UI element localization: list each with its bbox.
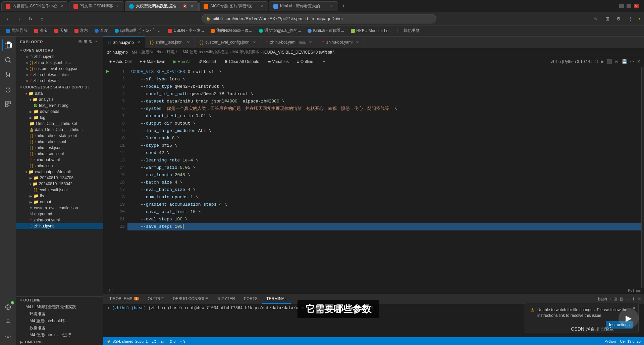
kernel-icon2[interactable]: ▶ (601, 59, 604, 64)
close-panel-icon[interactable]: ✕ (638, 296, 641, 301)
more-terminal-icon[interactable]: ⋯ (626, 296, 630, 301)
status-errors[interactable]: ⊗ 0 (169, 339, 175, 344)
status-language[interactable]: Python (604, 339, 616, 343)
split-terminal-icon[interactable]: ⊞ (613, 296, 617, 301)
bili-play-button[interactable]: ▶ (619, 308, 639, 328)
bookmark-baidu[interactable]: 百度 (92, 27, 111, 34)
tab-list-icon[interactable]: ⊞ (603, 14, 612, 23)
editor-tab-close-3[interactable]: ✕ (253, 40, 256, 45)
add-cell-button[interactable]: + + Add Cell (107, 59, 134, 65)
kernel-label[interactable]: zhihu (Python 3.10.14) (551, 59, 592, 64)
collapse-all-icon[interactable]: ⋯ (94, 39, 99, 44)
activity-extensions-icon[interactable] (2, 98, 14, 110)
bc-active[interactable]: !CUDA_VISIBLE_DEVICES=0 swift sft \ (263, 50, 334, 55)
activity-account-icon[interactable] (2, 316, 14, 328)
editor-tab-close-5[interactable]: ✕ (356, 40, 359, 45)
outline-item-restart[interactable]: M4 重启notebook环... (16, 318, 103, 325)
restart-button[interactable]: ↺ Restart (196, 59, 219, 65)
refresh-icon[interactable]: ↻ (89, 39, 93, 44)
editor-tab-close-1[interactable]: ✕ (137, 40, 140, 45)
variables-button[interactable]: ☰ Variables (265, 59, 291, 65)
panel-tab-jupyter[interactable]: JUPYTER (213, 294, 239, 304)
minimize-button[interactable] (619, 4, 624, 8)
close-icon3[interactable]: ✕ (25, 67, 28, 71)
open-editor-zhihu-bot-yaml2[interactable]: ✕ Y zhihu-bot.yaml (16, 78, 103, 84)
panel-tab-ports[interactable]: PORTS (240, 294, 262, 304)
menu-icon[interactable]: ⋮ (626, 14, 635, 23)
bookmark-notebook[interactable]: 我的Notebook - 魔... (208, 27, 255, 34)
refresh-button[interactable]: ↻ (26, 14, 35, 23)
close-icon2[interactable]: ✕ (25, 61, 28, 65)
home-button[interactable]: ⌂ (38, 14, 46, 23)
bookmark-others[interactable]: 其他书签 (401, 27, 422, 34)
editor-tab-zhihu-ipynb[interactable]: ⬡ zhihu.ipynb ✕ (103, 37, 145, 48)
open-editors-section[interactable]: ▾ OPEN EDITORS (16, 47, 103, 54)
kernel-icon1[interactable]: ⬡ (594, 59, 598, 64)
bookmark-taobao[interactable]: 淘宝 (32, 27, 50, 34)
activity-search-icon[interactable] (2, 54, 14, 66)
activity-explorer-icon[interactable] (2, 39, 14, 51)
panel-tab-debug[interactable]: DEBUG CONSOLE (169, 294, 212, 304)
panel-tab-terminal[interactable]: TERMINAL (262, 294, 291, 304)
course-section[interactable]: ▾ COURSE [SSH: SHARED_2GPU_1] (16, 84, 103, 90)
tree-zhihu-bot-yaml2[interactable]: Y zhihu-bot.yaml (16, 217, 103, 223)
bookmark-tongyi[interactable]: 通义tongyi.ai_你的... (256, 27, 304, 34)
trash-icon[interactable]: 🗑 (619, 296, 624, 301)
stop-icon[interactable]: ⬛ (607, 59, 612, 64)
interrupt-icon[interactable]: ⏯ (615, 59, 619, 64)
browser-tab-5[interactable]: Kimi.ai - 帮你看更大的世界 ✕ (269, 1, 338, 11)
editor-tab-close-2[interactable]: ✕ (187, 40, 190, 45)
tree-output-md[interactable]: M output.md (16, 211, 103, 217)
bc-section4[interactable]: M4 等训练脚本 (232, 49, 259, 55)
panel-tab-output[interactable]: OUTPUT (144, 294, 168, 304)
browser-tab-4[interactable]: AIGC专题-图片/声音/视频/Agen... ✕ (199, 1, 268, 11)
maximize-button[interactable] (627, 4, 631, 8)
new-folder-icon[interactable]: ⊞ (84, 39, 88, 44)
activity-source-control-icon[interactable] (2, 69, 14, 81)
forward-button[interactable]: › (15, 14, 23, 23)
bookmark-hkbu[interactable]: HKBU Moodle: Lo... (348, 28, 394, 34)
code-content[interactable]: !CUDA_VISIBLE_DEVICES=0 swift sft \ --sf… (127, 67, 641, 288)
tree-data-folder[interactable]: ▾ 📁 data (16, 90, 103, 96)
tab5-close-icon[interactable]: ✕ (329, 4, 334, 9)
activity-settings-icon[interactable] (2, 331, 14, 343)
url-input[interactable]: 🔒 bilibili.com/video/BV1vuWpezEKx/?p=21&… (202, 14, 436, 23)
bookmark-kimi[interactable]: Kimi.ai - 帮你看... (305, 27, 347, 34)
tree-zhihu-json[interactable]: { } zhihu.json (16, 163, 103, 169)
tree-zhihu-train[interactable]: { } zhihu_train.jsonl (16, 151, 103, 157)
new-file-icon[interactable]: ⊕ (78, 39, 82, 44)
tree-data-omni[interactable]: 🔒 data_OmniData___zhihu... (16, 127, 103, 133)
tree-custom-eval[interactable]: ⚙ custom_eval_config.json (16, 205, 103, 211)
editor-tab-zhihu-bot-data[interactable]: Y zhihu-bot.yaml data ✕ (261, 37, 317, 48)
timeline-header[interactable]: ▶ TIMELINE (16, 339, 103, 345)
tree-zhihu-test[interactable]: { } zhihu_test.jsonl (16, 145, 103, 151)
add-terminal-icon[interactable]: + (609, 296, 611, 301)
close-button[interactable]: ✕ (634, 4, 639, 8)
tab2-close-icon[interactable]: ✕ (115, 4, 120, 9)
tree-omnidata-folder[interactable]: 📁 OmniData___zhihu-kol (16, 121, 103, 127)
editor-tab-zhihu-bot2[interactable]: Y zhihu-bot.yaml ✕ (317, 37, 364, 48)
tree-20240819-134706[interactable]: ▶ 📁 20240819_134706 (16, 175, 103, 181)
tab4-close-icon[interactable]: ✕ (259, 4, 264, 9)
tree-log-folder[interactable]: ▶ 📁 log (16, 115, 103, 121)
tree-downloads-folder[interactable]: ▶ 📁 downloads (16, 109, 103, 115)
tree-lfs[interactable]: ▶ 📁 lfs (16, 193, 103, 199)
tree-analysis-folder[interactable]: ▾ 📁 analysis (16, 96, 103, 102)
status-warnings[interactable]: △ 9 (179, 339, 185, 344)
close-editor-icon[interactable]: ✕ (637, 59, 641, 64)
bookmark-jd[interactable]: 京东 (72, 27, 91, 34)
outline-item-data-juicer[interactable]: M4 使用data-juicer进行... (16, 332, 103, 339)
browser-tab-1[interactable]: 内容管理-CSDN创作中心 ✕ (1, 1, 68, 11)
close-icon[interactable]: ✕ (25, 55, 28, 59)
close-icon4[interactable]: ✕ (25, 73, 28, 77)
more-icon2[interactable]: ⋯ (630, 59, 634, 64)
panel-tab-problems[interactable]: PROBLEMS 9 (106, 294, 143, 304)
browser-tab-2[interactable]: 写文章-CSDN博客 ✕ (69, 1, 124, 11)
back-button[interactable]: ‹ (3, 14, 12, 23)
status-git[interactable]: ⎇ main (152, 339, 165, 344)
cell-run-button[interactable]: ▶ (103, 67, 111, 288)
new-tab-button[interactable]: + (339, 1, 348, 11)
bc-section1[interactable]: M4 (132, 50, 138, 55)
tree-zhihu-ipynb[interactable]: ⬡ zhihu.ipynb (16, 223, 103, 229)
outline-button[interactable]: ≡ Outline (294, 59, 316, 65)
